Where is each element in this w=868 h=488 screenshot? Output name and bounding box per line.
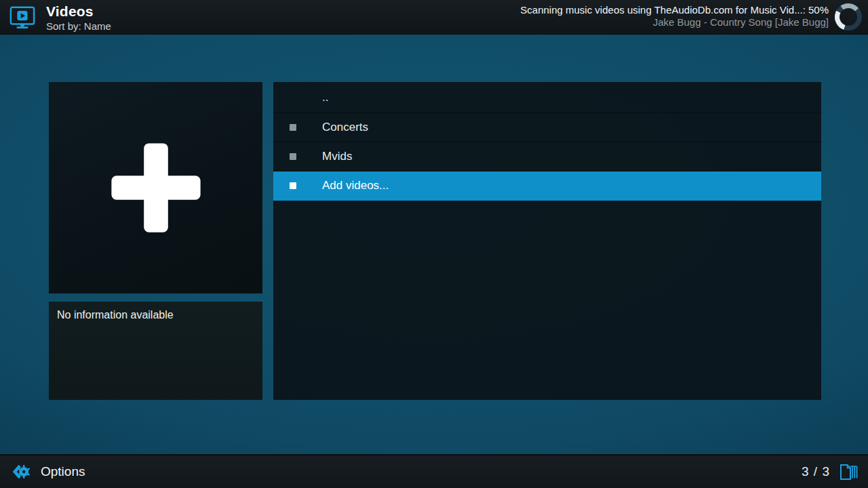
scan-item-text: Jake Bugg - Country Song [Jake Bugg] <box>520 17 829 27</box>
list-item-mvids[interactable]: Mvids <box>273 142 821 171</box>
scan-status-block: Scanning music videos using TheAudioDb.c… <box>520 5 829 27</box>
file-list: .. Concerts Mvids Add videos... <box>273 82 821 400</box>
list-item-label: Add videos... <box>322 179 389 192</box>
busy-spinner-icon <box>833 2 863 32</box>
list-item-label: Mvids <box>322 150 352 163</box>
list-position-label: 3 / 3 <box>802 464 830 479</box>
list-item-label: Concerts <box>322 121 368 134</box>
thumbnail-preview <box>49 82 262 293</box>
folder-bullet-icon <box>290 182 296 189</box>
folder-bullet-icon <box>290 124 296 131</box>
sort-by-label: Sort by: Name <box>46 21 111 31</box>
scan-status-text: Scanning music videos using TheAudioDb.c… <box>520 5 829 15</box>
list-position-block: 3 / 3 <box>802 455 859 488</box>
bottom-bar: Options 3 / 3 <box>0 454 868 488</box>
top-bar-left: Videos Sort by: Name <box>9 4 111 31</box>
list-item-concerts[interactable]: Concerts <box>273 113 821 142</box>
options-button[interactable]: Options <box>9 455 85 488</box>
plus-icon <box>105 137 207 239</box>
stacked-pages-icon <box>838 462 859 482</box>
folder-bullet-icon <box>290 153 296 160</box>
list-item-add-videos[interactable]: Add videos... <box>273 171 821 201</box>
page-title: Videos <box>46 4 111 18</box>
list-item-parent-dir[interactable]: .. <box>273 82 821 113</box>
top-bar: Videos Sort by: Name Scanning music vide… <box>0 0 868 35</box>
info-panel: No information available <box>49 302 262 400</box>
no-information-text: No information available <box>57 309 254 321</box>
options-label: Options <box>41 464 85 479</box>
title-block: Videos Sort by: Name <box>46 4 111 31</box>
videos-tv-play-icon <box>9 5 35 31</box>
options-gear-icon <box>9 461 31 483</box>
list-item-label: .. <box>322 91 328 104</box>
